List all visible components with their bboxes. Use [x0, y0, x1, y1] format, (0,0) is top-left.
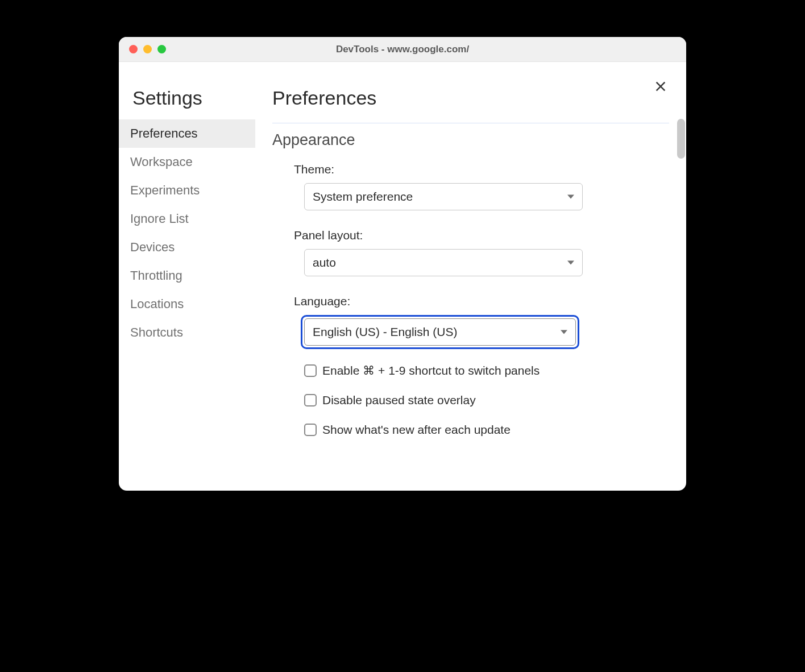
- language-select-wrap: English (US) - English (US): [301, 315, 579, 349]
- checkbox-row: Show what's new after each update: [294, 423, 669, 437]
- window-close-button[interactable]: [129, 45, 138, 53]
- chevron-down-icon: [561, 330, 567, 334]
- section-title: Appearance: [272, 131, 669, 149]
- close-icon: [654, 80, 667, 93]
- checkbox[interactable]: [304, 364, 317, 377]
- panel-layout-select-value: auto: [313, 256, 336, 269]
- sidebar-item-shortcuts[interactable]: Shortcuts: [119, 318, 255, 347]
- section-divider: [272, 123, 669, 123]
- chevron-down-icon: [567, 195, 574, 199]
- theme-select-wrap: System preference: [304, 183, 583, 210]
- appearance-settings: Theme: System preference Panel layout: a…: [272, 163, 669, 437]
- chevron-down-icon: [567, 261, 574, 265]
- checkbox[interactable]: [304, 394, 317, 406]
- sidebar-item-locations[interactable]: Locations: [119, 290, 255, 318]
- page-title: Preferences: [272, 87, 669, 109]
- sidebar-item-experiments[interactable]: Experiments: [119, 176, 255, 205]
- theme-select[interactable]: System preference: [304, 183, 583, 210]
- settings-sidebar: Settings PreferencesWorkspaceExperiments…: [119, 62, 255, 491]
- scrollbar-thumb[interactable]: [677, 119, 685, 159]
- window-title: DevTools - www.google.com/: [336, 44, 469, 55]
- checkbox[interactable]: [304, 424, 317, 436]
- window-maximize-button[interactable]: [157, 45, 166, 53]
- sidebar-item-ignore-list[interactable]: Ignore List: [119, 205, 255, 233]
- checkbox-label[interactable]: Show what's new after each update: [322, 423, 511, 437]
- checkbox-label[interactable]: Enable ⌘ + 1-9 shortcut to switch panels: [322, 364, 540, 378]
- checkbox-label[interactable]: Disable paused state overlay: [322, 393, 476, 407]
- panel-layout-label: Panel layout:: [294, 229, 669, 242]
- window-minimize-button[interactable]: [143, 45, 152, 53]
- theme-select-value: System preference: [313, 190, 413, 204]
- content-area: Settings PreferencesWorkspaceExperiments…: [119, 62, 686, 491]
- sidebar-item-workspace[interactable]: Workspace: [119, 148, 255, 176]
- language-select[interactable]: English (US) - English (US): [304, 318, 576, 346]
- traffic-lights: [129, 45, 166, 53]
- close-button[interactable]: [652, 78, 669, 95]
- sidebar-title: Settings: [119, 87, 255, 119]
- language-label: Language:: [294, 294, 669, 308]
- panel-layout-select-wrap: auto: [304, 249, 583, 276]
- checkbox-row: Enable ⌘ + 1-9 shortcut to switch panels: [294, 364, 669, 378]
- window-titlebar: DevTools - www.google.com/: [119, 37, 686, 62]
- panel-layout-select[interactable]: auto: [304, 249, 583, 276]
- devtools-settings-window: DevTools - www.google.com/ Settings Pref…: [119, 37, 686, 491]
- checkbox-row: Disable paused state overlay: [294, 393, 669, 407]
- main-panel: Preferences Appearance Theme: System pre…: [255, 62, 686, 491]
- sidebar-item-devices[interactable]: Devices: [119, 233, 255, 262]
- theme-label: Theme:: [294, 163, 669, 176]
- sidebar-item-preferences[interactable]: Preferences: [119, 119, 255, 148]
- sidebar-item-throttling[interactable]: Throttling: [119, 262, 255, 290]
- language-select-value: English (US) - English (US): [313, 325, 457, 339]
